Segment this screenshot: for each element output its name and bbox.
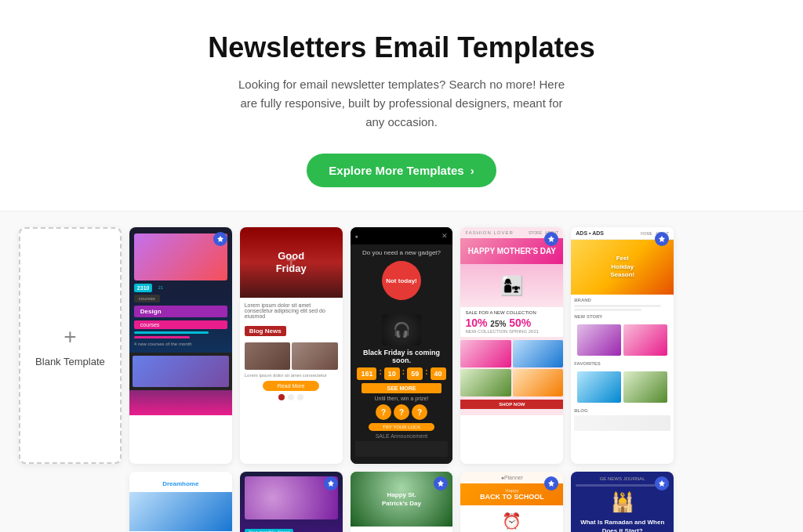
st-patricks-card[interactable]: Happy St.Patrick's Day Discover our prod… xyxy=(351,472,453,532)
mosque-icon: 🕌 xyxy=(576,491,669,513)
explore-templates-button[interactable]: Explore More Templates › xyxy=(307,154,496,187)
headphones-icon: 🎧 xyxy=(382,314,421,346)
black-friday-card[interactable]: ● ✕ Do you need a new gadget? Not today!… xyxy=(351,227,453,464)
templates-area: + Blank Template 2310 21 courses Desig xyxy=(0,211,803,532)
explore-arrow-icon: › xyxy=(471,164,474,177)
apartments-card[interactable]: Dreamhome Apartments, blog updates, and … xyxy=(129,472,232,532)
back-to-school-card[interactable]: ●Planner Happy BACK TO SCHOOL ⏰ 89 : 10 … xyxy=(460,472,563,532)
star-badge-4 xyxy=(324,476,338,490)
explore-button-label: Explore More Templates xyxy=(329,164,463,177)
svg-marker-5 xyxy=(548,480,554,487)
svg-marker-0 xyxy=(217,236,223,242)
design-courses-card[interactable]: 2310 21 courses Design courses 4 new cou… xyxy=(129,227,232,464)
black-friday-question: Do you need a new gadget? xyxy=(355,249,449,256)
fashion-blog-card[interactable]: ADS • ADS HOME ABOUT FeelHolidaySeason! … xyxy=(571,227,674,464)
countdown-timer: 161 : 10 : 59 : 40 xyxy=(355,367,449,380)
svg-marker-1 xyxy=(548,236,554,242)
page-subtitle: Looking for email newsletter templates? … xyxy=(237,75,566,132)
ramadan-card[interactable]: GE NEWS JOURNAL 🕌 What Is Ramadan and Wh… xyxy=(571,472,674,532)
plus-icon: + xyxy=(64,324,76,349)
blank-template-label: Blank Template xyxy=(35,356,105,367)
courses-purple-card[interactable]: Your monthly digest xyxy=(240,472,343,532)
blank-template-card[interactable]: + Blank Template xyxy=(19,227,122,464)
good-friday-card[interactable]: ✝ GoodFriday Lorem ipsum dolor sit amet … xyxy=(240,227,343,464)
black-friday-no-label: Not today! xyxy=(382,261,421,300)
mothers-day-card[interactable]: FASHION LOVER STORE ABOUT HAPPY MOTHER'S… xyxy=(460,227,563,464)
svg-marker-6 xyxy=(659,480,665,487)
page-title: Newsletters Email Templates xyxy=(16,31,787,64)
svg-marker-4 xyxy=(438,480,444,487)
svg-marker-2 xyxy=(659,236,665,242)
templates-grid-row2: Dreamhome Apartments, blog updates, and … xyxy=(19,472,784,532)
templates-grid-row1: + Blank Template 2310 21 courses Desig xyxy=(19,227,784,464)
svg-marker-3 xyxy=(328,480,334,487)
alarm-clock-icon: ⏰ xyxy=(463,512,560,530)
black-friday-text: Black Friday is coming soon. xyxy=(355,349,449,364)
header-section: Newsletters Email Templates Looking for … xyxy=(0,0,803,211)
star-badge xyxy=(213,232,227,246)
